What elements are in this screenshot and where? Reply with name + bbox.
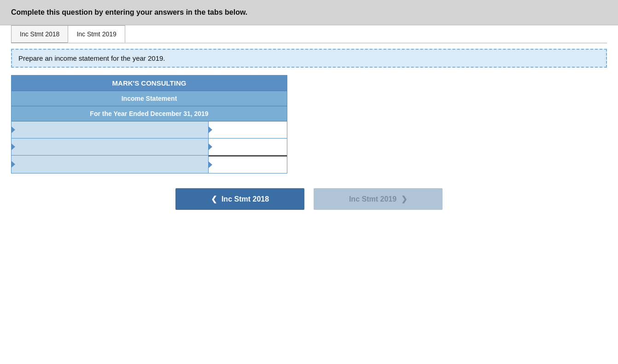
tab-instruction: Prepare an income statement for the year… [18, 54, 165, 62]
instruction-box: Prepare an income statement for the year… [11, 49, 607, 68]
forward-button[interactable]: Inc Stmt 2019 [314, 188, 443, 210]
header-bar: Complete this question by entering your … [0, 0, 618, 25]
tabs-wrapper: Inc Stmt 2018 Inc Stmt 2019 [0, 25, 618, 43]
income-statement-table: MARK'S CONSULTING Income Statement For t… [11, 75, 287, 173]
table-company-header: MARK'S CONSULTING [12, 75, 287, 91]
tab-inc-stmt-2018[interactable]: Inc Stmt 2018 [11, 25, 68, 43]
table-row [12, 139, 287, 156]
cell-label-1 [12, 121, 209, 138]
main-content: Prepare an income statement for the year… [0, 49, 618, 230]
label-input-2[interactable] [12, 139, 208, 155]
cell-value-3 [209, 156, 287, 173]
cell-label-3 [12, 156, 209, 173]
value-input-2[interactable] [209, 139, 287, 155]
forward-button-label: Inc Stmt 2019 [349, 195, 396, 203]
cell-label-2 [12, 139, 209, 155]
label-input-3[interactable] [12, 156, 208, 173]
cell-value-2 [209, 139, 287, 155]
value-input-3[interactable] [209, 156, 287, 173]
cell-value-1 [209, 121, 287, 138]
tab-inc-stmt-2019[interactable]: Inc Stmt 2019 [68, 25, 125, 43]
back-button-label: Inc Stmt 2018 [222, 195, 269, 203]
instruction-text: Complete this question by entering your … [11, 8, 247, 16]
table-statement-type-header: Income Statement [12, 91, 287, 106]
chevron-left-icon [211, 195, 217, 203]
table-row [12, 156, 287, 173]
chevron-right-icon [401, 195, 407, 203]
label-input-1[interactable] [12, 121, 208, 138]
value-input-1[interactable] [209, 121, 287, 138]
table-period-header: For the Year Ended December 31, 2019 [12, 106, 287, 121]
back-button[interactable]: Inc Stmt 2018 [175, 188, 304, 210]
nav-buttons: Inc Stmt 2018 Inc Stmt 2019 [11, 188, 607, 219]
table-row [12, 121, 287, 139]
